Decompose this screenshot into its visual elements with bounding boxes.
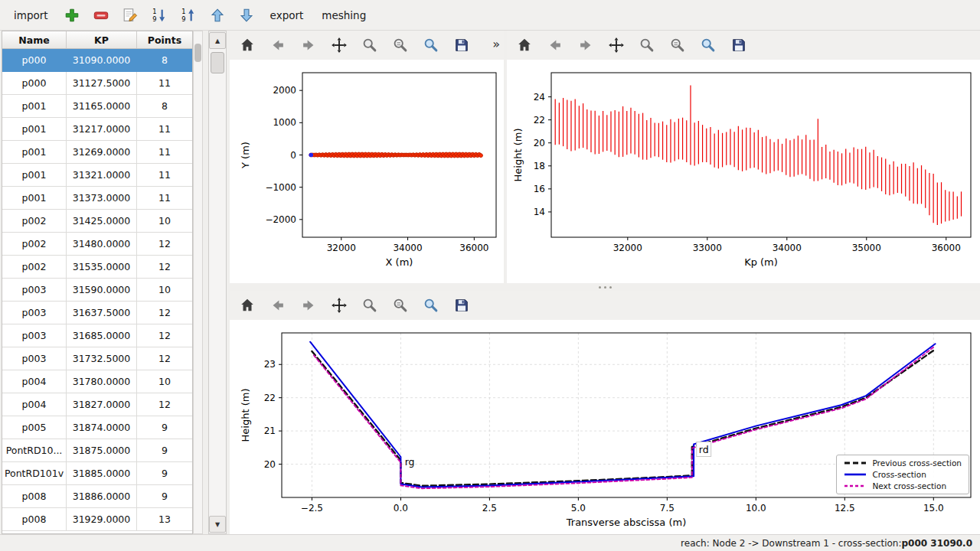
cell-points[interactable]: 11 [137, 141, 192, 164]
cell-points[interactable]: 11 [137, 164, 192, 187]
save-button[interactable] [729, 35, 749, 55]
cell-points[interactable]: 11 [137, 187, 192, 210]
cell-name[interactable]: p004 [2, 393, 67, 416]
table-row[interactable]: p00031090.00008 [2, 49, 192, 72]
cell-points[interactable]: 8 [137, 95, 192, 118]
cell-name[interactable]: PontRD10... [2, 439, 67, 462]
cell-points[interactable]: 12 [137, 233, 192, 256]
cell-kp[interactable]: 31590.0000 [67, 279, 137, 302]
cell-points[interactable]: 12 [137, 393, 192, 416]
table-row[interactable]: p00331732.500012 [2, 347, 192, 370]
home-button[interactable] [514, 35, 534, 55]
table-row[interactable]: p00131373.000011 [2, 187, 192, 210]
scroll-down-button[interactable]: ▼ [209, 516, 226, 533]
cross-section-table[interactable]: NameKPPoints p00031090.00008p00031127.50… [2, 31, 193, 534]
save-button[interactable] [452, 35, 472, 55]
cell-name[interactable]: p003 [2, 302, 67, 324]
configure-button[interactable] [390, 295, 410, 315]
cell-points[interactable]: 10 [137, 210, 192, 233]
table-row[interactable]: p00831929.000013 [2, 508, 192, 531]
cell-kp[interactable]: 31685.0000 [67, 324, 137, 347]
longitudinal-plot-canvas[interactable]: 3200033000340003500036000141618202224Kp … [507, 60, 980, 283]
cell-kp[interactable]: 31637.5000 [67, 302, 137, 324]
cell-name[interactable]: p000 [2, 49, 67, 72]
table-row[interactable]: p00131269.000011 [2, 141, 192, 164]
toolbar-overflow-button[interactable]: » [492, 37, 500, 51]
cell-kp[interactable]: 31269.0000 [67, 141, 137, 164]
back-button[interactable] [268, 295, 288, 315]
cell-name[interactable]: p001 [2, 164, 67, 187]
cell-name[interactable]: p002 [2, 233, 67, 256]
table-row[interactable]: p00331637.500012 [2, 302, 192, 324]
table-row[interactable]: p00131165.00008 [2, 95, 192, 118]
sort-ascending-button[interactable]: 19 [175, 3, 201, 28]
column-header-kp[interactable]: KP [67, 31, 137, 48]
cell-kp[interactable]: 31929.0000 [67, 508, 137, 531]
cell-points[interactable]: 9 [137, 439, 192, 462]
cell-kp[interactable]: 31780.0000 [67, 370, 137, 393]
move-up-button[interactable] [204, 3, 230, 28]
forward-button[interactable] [299, 295, 318, 315]
table-row[interactable]: PontRD10...31875.00009 [2, 439, 192, 462]
add-cross-section-button[interactable] [59, 3, 85, 28]
forward-button[interactable] [576, 35, 596, 55]
cell-kp[interactable]: 31090.0000 [67, 49, 137, 72]
table-row[interactable]: p00031127.500011 [2, 72, 192, 95]
table-row[interactable]: p00231425.000010 [2, 210, 192, 233]
cell-name[interactable]: p001 [2, 187, 67, 210]
import-button[interactable]: import [6, 3, 56, 28]
table-row[interactable]: p00131321.000011 [2, 164, 192, 187]
table-row[interactable]: PontRD101v31885.00009 [2, 462, 192, 485]
table-row[interactable]: p00331590.000010 [2, 279, 192, 302]
xy-plot-canvas[interactable]: 320003400036000200010000−1000−2000X (m)Y… [230, 60, 504, 283]
pan-button[interactable] [606, 35, 626, 55]
sort-descending-button[interactable]: 19 [146, 3, 172, 28]
home-button[interactable] [237, 35, 257, 55]
table-row[interactable]: p00231535.000012 [2, 256, 192, 279]
column-header-points[interactable]: Points [137, 31, 192, 48]
cell-kp[interactable]: 31127.5000 [67, 72, 137, 95]
cell-name[interactable]: p008 [2, 485, 67, 508]
cell-points[interactable]: 9 [137, 485, 192, 508]
save-button[interactable] [452, 295, 472, 315]
zoom-button[interactable] [637, 35, 657, 55]
cell-name[interactable]: p002 [2, 210, 67, 233]
table-row[interactable]: p00231480.000012 [2, 233, 192, 256]
table-scrollbar[interactable] [193, 31, 203, 534]
cell-kp[interactable]: 31321.0000 [67, 164, 137, 187]
cell-name[interactable]: p003 [2, 324, 67, 347]
cell-points[interactable]: 11 [137, 118, 192, 141]
meshing-button[interactable]: meshing [314, 3, 374, 28]
cell-name[interactable]: p004 [2, 370, 67, 393]
table-scrollbar-thumb[interactable] [194, 44, 201, 62]
zoom-rect-button[interactable] [421, 295, 441, 315]
table-row[interactable]: p00431780.000010 [2, 370, 192, 393]
zoom-rect-button[interactable] [698, 35, 718, 55]
back-button[interactable] [545, 35, 565, 55]
cell-name[interactable]: p001 [2, 95, 67, 118]
cell-points[interactable]: 13 [137, 508, 192, 531]
cell-kp[interactable]: 31480.0000 [67, 233, 137, 256]
table-row[interactable]: p00331685.000012 [2, 324, 192, 347]
cell-name[interactable]: p001 [2, 141, 67, 164]
table-row[interactable]: p00531874.00009 [2, 416, 192, 439]
forward-button[interactable] [299, 35, 318, 55]
panel-scrollbar[interactable]: ▲ ▼ [208, 31, 227, 534]
back-button[interactable] [268, 35, 288, 55]
cell-name[interactable]: p001 [2, 118, 67, 141]
cell-points[interactable]: 12 [137, 347, 192, 370]
cell-kp[interactable]: 31875.0000 [67, 439, 137, 462]
cell-points[interactable]: 11 [137, 72, 192, 95]
cell-kp[interactable]: 31732.5000 [67, 347, 137, 370]
cell-points[interactable]: 10 [137, 370, 192, 393]
pan-button[interactable] [329, 295, 349, 315]
cell-name[interactable]: p002 [2, 256, 67, 279]
cell-points[interactable]: 12 [137, 256, 192, 279]
zoom-rect-button[interactable] [421, 35, 441, 55]
cell-kp[interactable]: 31886.0000 [67, 485, 137, 508]
zoom-button[interactable] [360, 295, 380, 315]
cell-name[interactable]: p005 [2, 416, 67, 439]
cell-points[interactable]: 9 [137, 416, 192, 439]
cell-points[interactable]: 9 [137, 462, 192, 485]
cell-kp[interactable]: 31217.0000 [67, 118, 137, 141]
